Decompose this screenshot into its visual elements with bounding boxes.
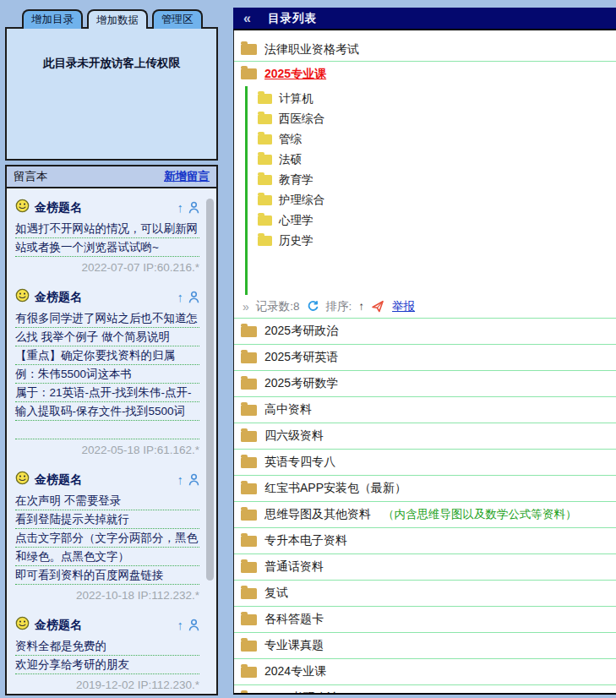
folder-label[interactable]: 专业课真题 (264, 638, 324, 653)
folder-row[interactable]: 思维导图及其他资料（内含思维导图以及数学公式等资料） (234, 502, 616, 528)
subfolder-label[interactable]: 法硕 (279, 152, 302, 167)
folder-label[interactable]: 2024专业课 (264, 664, 326, 679)
folder-label[interactable]: 红宝书APP安装包（最新） (264, 481, 406, 496)
folder-icon (241, 405, 257, 416)
message-item: 金榜题名↑有很多同学进了网站之后也不知道怎么找 我举个例子 做个简易说明【重点】… (15, 288, 199, 456)
folder-label[interactable]: 高中资料 (264, 402, 312, 417)
tab-2[interactable]: 增加数据 (87, 9, 148, 29)
subfolder-row[interactable]: 心理学 (234, 210, 616, 231)
folder-row[interactable]: 专业课真题 (234, 633, 616, 659)
guestbook-header: 留言本 新增留言 (5, 165, 218, 188)
folder-row[interactable]: 2025考研数学 (234, 371, 616, 397)
subfolder-row[interactable]: 护理综合 (234, 190, 616, 210)
subfolder-row[interactable]: 教育学 (234, 170, 616, 190)
folder-label[interactable]: 2025考研英语 (264, 350, 338, 365)
folder-label[interactable]: 2024考研政治 (264, 690, 338, 695)
message-header: 金榜题名↑ (15, 288, 199, 306)
folder-label[interactable]: 法律职业资格考试 (264, 42, 359, 57)
folder-row[interactable]: 2024专业课 (234, 659, 616, 685)
message-list: 金榜题名↑如遇打不开网站的情况，可以刷新网站或者换一个浏览器试试哟~2022-0… (15, 199, 199, 695)
tab-bar: 增加目录增加数据管理区 (22, 9, 218, 29)
folder-row[interactable]: 复试 (234, 581, 616, 607)
subfolder-label[interactable]: 西医综合 (279, 112, 324, 127)
folder-label[interactable]: 普通话资料 (264, 559, 324, 575)
subfolder-label[interactable]: 护理综合 (279, 193, 324, 208)
folder-row[interactable]: 红宝书APP安装包（最新） (234, 476, 616, 502)
folder-icon (258, 195, 272, 205)
folder-label[interactable]: 2025考研政治 (264, 324, 338, 339)
tab-3[interactable]: 管理区 (152, 9, 203, 29)
folder-label[interactable]: 专升本电子资料 (264, 533, 347, 548)
directory-header: « 目录列表 (233, 8, 616, 30)
smiley-icon (15, 471, 30, 488)
directory-panel: « 目录列表 法律职业资格考试 2025专业课 计算机西医综合管综法硕教育学护理… (233, 8, 616, 695)
upload-permission-notice: 此目录未开放访客上传权限 (43, 57, 180, 69)
folder-list: 2025考研政治2025考研英语2025考研数学高中资料四六级资料英语专四专八红… (234, 319, 616, 695)
scrollbar-thumb[interactable] (206, 199, 214, 581)
subfolder-label[interactable]: 教育学 (279, 172, 313, 188)
subfolder-label[interactable]: 心理学 (279, 213, 313, 228)
folder-row[interactable]: 各科答题卡 (234, 607, 616, 633)
folder-row-selected[interactable]: 2025专业课 (234, 62, 616, 86)
directory-title: 目录列表 (268, 11, 317, 26)
new-message-link[interactable]: 新增留言 (164, 169, 210, 184)
folder-label[interactable]: 思维导图及其他资料 (264, 507, 371, 522)
folder-icon (241, 641, 257, 652)
left-panel: 增加目录增加数据管理区 此目录未开放访客上传权限 留言本 新增留言 金榜题名↑如… (5, 9, 218, 695)
subfolder-row[interactable]: 管综 (234, 129, 616, 150)
subfolder-row[interactable]: 计算机 (234, 89, 616, 109)
subfolder-label[interactable]: 历史学 (279, 233, 313, 248)
person-icon[interactable] (188, 201, 199, 214)
subfolder-row[interactable]: 西医综合 (234, 109, 616, 129)
folder-row-root[interactable]: 法律职业资格考试 (234, 38, 616, 62)
tab-1[interactable]: 增加目录 (22, 9, 83, 29)
message-line: 点击文字部分（文字分两部分，黑色 (15, 530, 199, 548)
person-icon[interactable] (188, 291, 199, 303)
upvote-arrow-icon[interactable]: ↑ (177, 473, 184, 486)
subfolder-label[interactable]: 计算机 (279, 91, 313, 106)
report-plane-icon[interactable] (371, 300, 384, 313)
folder-icon (241, 510, 257, 521)
upvote-arrow-icon[interactable]: ↑ (177, 201, 184, 214)
folder-row[interactable]: 专升本电子资料 (234, 528, 616, 554)
folder-label[interactable]: 复试 (264, 586, 288, 601)
folder-row[interactable]: 英语专四专八 (234, 450, 616, 476)
sort-label: 排序: (326, 299, 352, 314)
folder-icon (241, 693, 257, 695)
upvote-arrow-icon[interactable]: ↑ (177, 619, 184, 631)
folder-label[interactable]: 2025考研数学 (264, 376, 338, 391)
folder-row[interactable]: 普通话资料 (234, 554, 616, 581)
upvote-arrow-icon[interactable]: ↑ (177, 291, 184, 303)
folder-row[interactable]: 四六级资料 (234, 423, 616, 450)
folder-label[interactable]: 英语专四专八 (264, 455, 335, 470)
subfolder-row[interactable]: 法硕 (234, 150, 616, 170)
person-icon[interactable] (188, 619, 199, 631)
message-line: 如遇打不开网站的情况，可以刷新网 (15, 221, 199, 238)
folder-icon (241, 536, 257, 547)
message-line: 即可看到资料的百度网盘链接 (15, 567, 199, 585)
folder-row[interactable]: 2024考研政治 (234, 685, 616, 695)
message-item: 金榜题名↑资料全都是免费的欢迎分享给考研的朋友2019-12-02 IP:112… (15, 616, 199, 691)
folder-row[interactable]: 高中资料 (234, 397, 616, 423)
chevrons-icon[interactable]: » (243, 300, 249, 314)
folder-label[interactable]: 各科答题卡 (264, 612, 324, 627)
folder-row[interactable]: 2025考研英语 (234, 345, 616, 371)
folder-icon (241, 483, 257, 494)
subfolder-label[interactable]: 管综 (279, 132, 302, 147)
refresh-icon[interactable] (307, 300, 319, 313)
report-link[interactable]: 举报 (392, 299, 415, 314)
collapse-icon[interactable]: « (243, 11, 251, 26)
sort-direction-arrow[interactable]: ↑ (358, 300, 364, 313)
folder-label-selected[interactable]: 2025专业课 (264, 67, 326, 82)
message-line (15, 422, 199, 439)
subfolder-row[interactable]: 历史学 (234, 231, 616, 251)
folder-icon (241, 352, 257, 363)
folder-row[interactable]: 2025考研政治 (234, 319, 616, 345)
message-date-ip: 2022-10-18 IP:112.232.* (15, 589, 199, 602)
message-line: 资料全都是免费的 (15, 638, 199, 656)
message-line: 例：朱伟5500词这本书 (15, 366, 199, 384)
person-icon[interactable] (188, 473, 199, 486)
folder-label[interactable]: 四六级资料 (264, 428, 324, 444)
message-line: 么找 我举个例子 做个简易说明 (15, 329, 199, 346)
folder-icon (258, 114, 272, 124)
